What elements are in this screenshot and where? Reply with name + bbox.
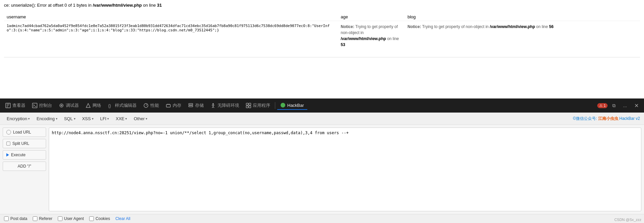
xss-label: XSS [82,116,91,121]
user-agent-checkbox[interactable] [58,216,62,221]
cookies-label[interactable]: Cookies [89,216,110,221]
add-slash-label: ADD "/" [18,164,31,169]
toolbar-separator [275,102,275,109]
post-data-label[interactable]: Post data [4,216,27,221]
split-url-button[interactable]: Split URL [3,139,46,148]
post-data-checkbox[interactable] [4,216,9,221]
col-blog: blog [405,13,640,21]
svg-rect-24 [246,106,248,108]
execute-button[interactable]: Execute [3,150,46,160]
notice-label-blog: Notice: [408,24,421,29]
blog-cell: Notice: Trying to get property of non-ob… [405,21,640,51]
menu-encryption[interactable]: Encryption ▾ [4,115,32,123]
notice-line-age: on line [386,36,399,41]
performance-label: 性能 [150,102,159,108]
devtools-copy-btn[interactable]: ⧉ [610,101,618,110]
post-data-text: Post data [10,216,27,221]
add-slash-button[interactable]: ADD "/" [3,162,46,171]
hackbar-status-dot [281,103,285,107]
accessibility-icon [210,103,216,108]
menu-sql[interactable]: SQL ▾ [61,115,78,123]
hackbar-branding: ©微信公众号: 江南小虫虫 HackBar v2 [573,116,640,122]
error-linenum: 31 [157,3,162,8]
devtools-btn-inspector[interactable]: 查看器 [3,101,28,110]
hackbar-body: Load URL Split URL Execute ADD "/" [0,125,644,214]
branding-highlight: 江南小虫虫 [598,116,618,121]
clear-all-button[interactable]: Clear All [115,216,130,221]
accessibility-label: 无障碍环境 [217,102,239,108]
devtools-btn-accessibility[interactable]: 无障碍环境 [208,101,242,110]
hackbar-label: HackBar [287,103,304,108]
devtools-btn-network[interactable]: 网络 [83,101,104,110]
referer-checkbox[interactable] [33,216,37,221]
network-icon [86,103,91,108]
devtools-btn-hackbar[interactable]: HackBar [277,101,307,110]
console-label: 控制台 [39,102,52,108]
devtools-btn-storage[interactable]: 存储 [185,101,206,110]
hackbar-panel: Encryption ▾ Encoding ▾ SQL ▾ XSS ▾ LFI … [0,113,644,223]
memory-label: 内存 [173,102,181,108]
split-url-icon [6,142,10,146]
devtools-btn-memory[interactable]: 内存 [163,101,184,110]
user-agent-text: User Agent [64,216,84,221]
devtools-more-btn[interactable]: ... [620,101,630,109]
col-age: age [338,13,405,21]
network-label: 网络 [93,102,101,108]
devtools-close-btn[interactable]: ✕ [632,101,641,110]
svg-point-17 [212,103,214,104]
menu-other[interactable]: Other ▾ [131,115,150,123]
devtools-btn-style-editor[interactable]: {} 样式编辑器 [105,101,139,110]
devtools-btn-application[interactable]: 应用程序 [243,101,273,110]
load-url-button[interactable]: Load URL [3,128,46,137]
memory-icon [166,103,171,108]
hackbar-menubar: Encryption ▾ Encoding ▾ SQL ▾ XSS ▾ LFI … [0,113,644,125]
storage-label: 存储 [195,102,204,108]
console-icon [32,103,37,108]
menu-xss[interactable]: XSS ▾ [79,115,96,123]
xss-caret: ▾ [92,117,94,121]
split-url-label: Split URL [12,141,29,146]
referer-label[interactable]: Referer [33,216,52,221]
divider [4,57,640,57]
username-cell: 1adminc7ad44cbad762a5da0a452f9e854fdc1e0… [4,21,338,51]
branding-text: ©微信公众号: 江南小虫虫 HackBar v2 [573,116,640,121]
table-row: 1adminc7ad44cbad762a5da0a452f9e854fdc1e0… [4,21,640,51]
menu-xxe[interactable]: XXE ▾ [113,115,130,123]
user-agent-label[interactable]: User Agent [58,216,84,221]
error-middle: on line [142,3,157,8]
storage-icon [188,103,193,108]
cookies-checkbox[interactable] [89,216,94,221]
error-prefix: ce: unserialize(): Error at offset 0 of … [4,3,93,8]
style-icon: {} [108,103,113,108]
data-table: username age blog 1adminc7ad44cbad762a5d… [4,13,640,50]
load-url-icon [6,130,11,135]
url-input[interactable] [49,128,641,211]
devtools-right-controls: ⚠ 1 ⧉ ... ✕ [597,101,641,110]
encoding-label: Encoding [36,116,54,121]
sql-label: SQL [64,116,73,121]
menu-encoding[interactable]: Encoding ▾ [34,115,60,123]
devtools-btn-console[interactable]: 控制台 [29,101,55,110]
col-username: username [4,13,338,21]
more-label: ... [623,103,627,108]
cookies-text: Cookies [96,216,110,221]
svg-text:{}: {} [108,103,111,108]
error-message: ce: unserialize(): Error at offset 0 of … [4,3,640,8]
error-count: 1 [604,103,606,107]
notice-linenum-blog: 56 [549,24,553,29]
svg-rect-25 [249,106,251,108]
menu-lfi[interactable]: LFI ▾ [98,115,112,123]
style-editor-label: 样式编辑器 [115,102,137,108]
load-url-label: Load URL [13,130,31,135]
encryption-caret: ▾ [28,117,30,121]
debugger-label: 调试器 [66,102,79,108]
devtools-btn-performance[interactable]: 性能 [141,101,162,110]
xxe-label: XXE [116,116,124,121]
clear-all-label: Clear All [115,216,130,221]
page-content: ce: unserialize(): Error at offset 0 of … [0,0,644,98]
encryption-label: Encryption [7,116,27,121]
debugger-icon [59,103,64,108]
svg-line-21 [213,106,214,108]
other-caret: ▾ [146,117,147,121]
devtools-btn-debugger[interactable]: 调试器 [56,101,82,110]
